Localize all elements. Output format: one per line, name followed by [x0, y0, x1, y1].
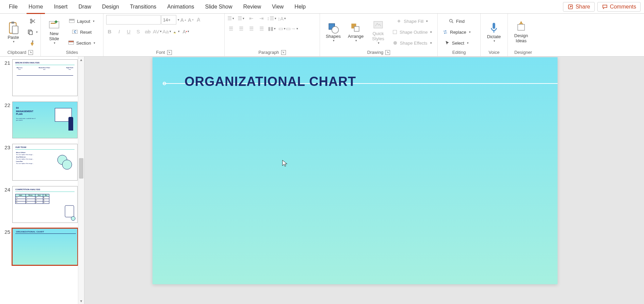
format-painter-button[interactable] — [25, 38, 40, 48]
font-family-input[interactable] — [106, 15, 161, 25]
font-launcher[interactable]: ⬊ — [167, 50, 172, 55]
arrange-icon — [350, 22, 361, 34]
tab-animations[interactable]: Animations — [162, 0, 199, 14]
justify-button[interactable]: ☰ — [258, 25, 265, 32]
bullets-button[interactable]: ☰▾ — [227, 15, 234, 22]
chevron-down-icon: ▾ — [355, 39, 357, 42]
tab-transitions[interactable]: Transitions — [125, 0, 162, 14]
slide-number: 22 — [2, 102, 10, 108]
microphone-icon — [489, 22, 499, 34]
comment-icon — [602, 4, 608, 10]
text-direction-button[interactable]: ↕A▾ — [278, 15, 285, 22]
tab-review[interactable]: Review — [238, 0, 267, 14]
increase-indent-button[interactable]: ⇥ — [258, 15, 265, 22]
paste-button[interactable]: Paste ▾ — [3, 16, 24, 48]
clear-formatting-icon[interactable]: A̷ — [195, 16, 202, 23]
share-button[interactable]: Share — [563, 2, 595, 12]
tab-slideshow[interactable]: Slide Show — [199, 0, 238, 14]
scroll-handle[interactable] — [79, 158, 83, 179]
bucket-icon — [396, 18, 402, 24]
thumbnail-scrollbar[interactable]: ▲ ▼ — [78, 57, 84, 304]
copy-icon — [27, 29, 33, 35]
shape-fill-button[interactable]: Shape Fill▾ — [390, 16, 434, 26]
replace-button[interactable]: Replace▾ — [440, 27, 473, 37]
reset-button[interactable]: Reset — [66, 27, 97, 37]
font-size-input[interactable] — [161, 15, 176, 25]
svg-rect-22 — [393, 30, 397, 34]
shape-effects-label: Shape Effects — [400, 41, 428, 46]
quick-styles-button[interactable]: Quick Styles▾ — [368, 16, 389, 48]
layout-button[interactable]: Layout▾ — [66, 16, 97, 26]
dictate-button[interactable]: Dictate▾ — [483, 16, 504, 48]
svg-point-5 — [30, 22, 32, 24]
decrease-indent-button[interactable]: ⇤ — [248, 15, 255, 22]
drawing-launcher[interactable]: ⬊ — [385, 50, 390, 55]
arrange-button[interactable]: Arrange▾ — [345, 16, 366, 48]
section-button[interactable]: Section▾ — [66, 38, 97, 48]
slide-thumbnail[interactable]: 22 04 MANAGEMENT PLAN You could enter a … — [0, 99, 84, 141]
char-spacing-button[interactable]: AV▾ — [154, 28, 161, 35]
bold-button[interactable]: B — [106, 28, 113, 35]
slide-title[interactable]: ORGANIZATIONAL CHART — [184, 74, 356, 89]
line-spacing-button[interactable]: ↕☰▾ — [268, 15, 275, 22]
svg-point-30 — [71, 216, 75, 221]
slide-number: 24 — [2, 186, 10, 193]
chevron-down-icon: ▾ — [467, 41, 469, 45]
decrease-font-icon[interactable]: A▼ — [188, 16, 194, 23]
scroll-down-icon[interactable]: ▼ — [78, 298, 84, 304]
shape-outline-button[interactable]: Shape Outline▾ — [390, 27, 434, 37]
numbering-button[interactable]: ☰▾ — [238, 15, 244, 22]
shadow-button[interactable]: ab — [144, 28, 151, 35]
clipboard-group-label: Clipboard — [7, 50, 27, 55]
comments-button[interactable]: Comments — [597, 2, 641, 12]
align-right-button[interactable]: ☰ — [248, 25, 255, 32]
slide-thumbnail[interactable]: 24 COMPETITION ANALYSIS JupiterMercuryVe… — [0, 183, 84, 226]
chevron-down-icon[interactable]: ▾ — [178, 18, 179, 21]
clipboard-launcher[interactable]: ⬊ — [28, 50, 33, 55]
align-center-button[interactable]: ☰ — [238, 25, 244, 32]
quick-styles-icon — [372, 19, 384, 31]
slide-canvas-area[interactable]: ORGANIZATIONAL CHART — [84, 57, 644, 304]
slide-canvas[interactable]: ORGANIZATIONAL CHART — [152, 57, 558, 284]
tab-help[interactable]: Help — [289, 0, 311, 14]
slide-thumbnail[interactable]: 23 OUR TEAM Alison CliffordYou can repla… — [0, 141, 84, 183]
increase-font-icon[interactable]: A▲ — [180, 16, 187, 23]
change-case-button[interactable]: Aa▾ — [163, 28, 170, 35]
slide-thumbnail[interactable]: 21 BREAK-EVEN ANALYSIS Big LosstextBreak… — [0, 57, 84, 99]
thumb-subtitle: MANAGEMENT PLAN — [16, 110, 36, 115]
italic-button[interactable]: I — [116, 28, 123, 35]
align-left-button[interactable]: ☰ — [227, 25, 234, 32]
shapes-icon — [327, 22, 339, 34]
design-ideas-label: Design Ideas — [514, 33, 528, 43]
tab-design[interactable]: Design — [97, 0, 125, 14]
chevron-down-icon: ▾ — [378, 41, 380, 45]
slide-thumbnails-panel: 21 BREAK-EVEN ANALYSIS Big LosstextBreak… — [0, 57, 84, 304]
align-text-button[interactable]: ▭▾ — [278, 25, 285, 32]
scroll-up-icon[interactable]: ▲ — [78, 57, 84, 63]
tab-draw[interactable]: Draw — [73, 0, 96, 14]
shapes-button[interactable]: Shapes▾ — [323, 16, 344, 48]
find-button[interactable]: Find — [440, 16, 473, 26]
new-slide-button[interactable]: New Slide ▾ — [44, 16, 65, 48]
tab-home[interactable]: Home — [23, 0, 49, 14]
svg-point-18 — [332, 26, 339, 33]
svg-point-23 — [393, 41, 397, 45]
svg-rect-26 — [518, 25, 525, 31]
copy-button[interactable]: ▾ — [25, 27, 40, 37]
cut-button[interactable] — [25, 16, 40, 26]
underline-button[interactable]: U — [125, 28, 132, 35]
strikethrough-button[interactable]: S — [135, 28, 142, 35]
paragraph-launcher[interactable]: ⬊ — [281, 50, 286, 55]
select-button[interactable]: Select▾ — [440, 38, 473, 48]
slide-thumbnail[interactable]: 25 ORGANIZATIONAL CHART — [0, 226, 84, 268]
svg-rect-7 — [29, 31, 32, 35]
highlight-button[interactable]: ▾ — [173, 28, 180, 35]
design-ideas-button[interactable]: Design Ideas — [511, 16, 532, 48]
font-color-button[interactable]: A▾ — [182, 28, 189, 35]
tab-insert[interactable]: Insert — [48, 0, 73, 14]
columns-button[interactable]: ▮▮▾ — [268, 25, 275, 32]
shape-effects-button[interactable]: Shape Effects▾ — [390, 38, 434, 48]
tab-file[interactable]: File — [3, 0, 23, 14]
smartart-button[interactable]: ▭→▾ — [289, 25, 295, 32]
tab-view[interactable]: View — [267, 0, 289, 14]
